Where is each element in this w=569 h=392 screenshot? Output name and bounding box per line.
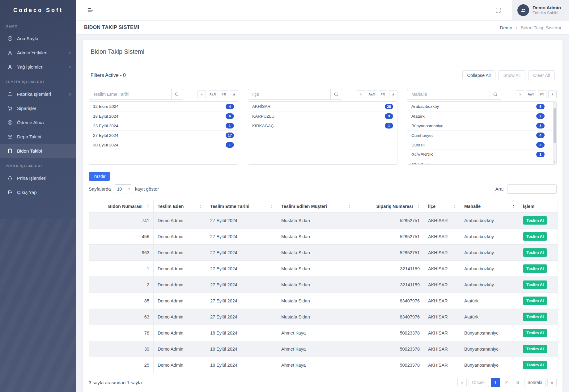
teslim-al-button[interactable]: Teslim Al — [523, 280, 547, 289]
fullscreen-button[interactable] — [493, 7, 503, 14]
column-header-ilce[interactable]: İlçe▲▼ — [424, 200, 460, 213]
count-badge: 1 — [226, 142, 234, 148]
filter-option-arabacibozkoy[interactable]: Arabacıbozköy 5 — [407, 102, 556, 111]
count-badge: 6 — [226, 113, 234, 119]
filter-option-merkez[interactable]: MERKEZ — [407, 159, 556, 165]
cell-islem: Teslim Al — [519, 277, 558, 293]
clear-filter-button[interactable]: × — [357, 90, 365, 98]
pagination-onceki[interactable]: Önceki — [469, 378, 489, 387]
clear-filter-button[interactable]: × — [516, 90, 524, 98]
scrollbar-thumb[interactable] — [554, 108, 556, 143]
clear-all-button[interactable]: Clear All — [528, 70, 555, 80]
pagination-sonraki[interactable]: Sonraki — [524, 378, 546, 387]
column-header-teslim-etme-tarihi[interactable]: Teslim Etme Tarihi▲▼ — [206, 200, 277, 213]
cell-islem: Teslim Al — [519, 341, 558, 357]
count-badge: 1 — [385, 123, 393, 129]
filter-option-23-eylul-2024[interactable]: 23 Eylül 2024 1 — [89, 121, 238, 130]
teslim-al-button[interactable]: Teslim Al — [523, 329, 547, 337]
filter-option-ataturk[interactable]: Atatürk 2 — [407, 111, 556, 121]
collapse-panel-button[interactable]: ∧ — [389, 90, 397, 98]
page-size-prefix: Sayfalarda — [89, 186, 111, 192]
filter-option-kirkagac[interactable]: KIRKAĞAÇ 1 — [248, 121, 397, 130]
filter-option-bunyanosmaniye[interactable]: Bünyanosmaniye 3 — [407, 121, 556, 130]
pagination-2[interactable]: 2 — [502, 378, 511, 387]
filter-option-12-ekim-2024[interactable]: 12 Ekim 2024 4 — [89, 102, 238, 111]
column-header-mahalle[interactable]: Mahalle▲▼ — [460, 200, 519, 213]
sidebar-item-depo-takibi[interactable]: Depo Takibi — [0, 129, 76, 144]
column-header-teslim-edilen-musteri[interactable]: Teslim Edilen Müşteri▲▼ — [277, 200, 355, 213]
clear-filter-button[interactable]: × — [197, 90, 206, 98]
filter-option-18-eylul-2024[interactable]: 18 Eylül 2024 6 — [89, 111, 238, 121]
user-menu[interactable]: Demo Admin Fabrika Sahibi — [512, 0, 569, 20]
sidebar-item-yag-islemleri[interactable]: Yağ İşlemleri › — [0, 60, 76, 74]
filter-panel-teslim-etme-tarihi: × Aa⇅ #⇅ ∧ 12 Ekim 2024 4 18 Eylül 2024 … — [89, 89, 238, 165]
print-button[interactable]: Yazdır — [89, 172, 110, 181]
filter-option-27-eylul-2024[interactable]: 27 Eylül 2024 17 — [89, 130, 238, 140]
teslim-al-button[interactable]: Teslim Al — [523, 361, 547, 369]
sidebar-item-prina-islemleri[interactable]: Prina İşlemleri — [0, 171, 76, 185]
sidebar-item-fabrika-islemleri[interactable]: Fabrika İşlemleri › — [0, 87, 76, 101]
collapse-all-button[interactable]: Collapse All — [462, 70, 496, 80]
numeric-sort-button[interactable]: #⇅ — [379, 90, 387, 98]
user-role: Fabrika Sahibi — [533, 11, 561, 15]
pagination-arrow[interactable]: « — [457, 378, 467, 387]
filter-option-guvendik[interactable]: GÜVENDİK 1 — [407, 150, 556, 159]
pagination-1[interactable]: 1 — [491, 378, 500, 387]
column-header-siparis-numarasi[interactable]: Sipariş Numarası▲▼ — [355, 200, 424, 213]
filter-search-input[interactable] — [407, 89, 490, 100]
sidebar-item-bidon-takibi[interactable]: Bidon Takibi — [0, 144, 76, 158]
filter-search-input[interactable] — [248, 89, 330, 100]
sidebar-item-odeme-alma[interactable]: Ödeme Alma — [0, 115, 76, 129]
sidebar-background-image — [0, 219, 76, 392]
cell-mahalle: Arabacıbozköy — [460, 245, 519, 261]
search-button[interactable] — [330, 89, 342, 100]
column-header-teslim-eden[interactable]: Teslim Eden▲▼ — [154, 200, 206, 213]
page-size-suffix: kayıt göster — [135, 186, 159, 192]
teslim-al-button[interactable]: Teslim Al — [523, 345, 547, 353]
table-search-input[interactable] — [507, 184, 557, 194]
alpha-sort-button[interactable]: Aa⇅ — [208, 90, 218, 98]
sidebar-item-label: Depo Takibi — [17, 134, 71, 139]
search-button[interactable] — [171, 89, 183, 100]
alpha-sort-button[interactable]: Aa⇅ — [367, 90, 377, 98]
collapse-panel-button[interactable]: ∧ — [548, 90, 557, 98]
collapse-panel-button[interactable]: ∧ — [230, 90, 238, 98]
filter-option-akhisar[interactable]: AKHİSAR 28 — [248, 102, 397, 111]
column-header-bidon-numarasi[interactable]: Bidon Numarası▲▼ — [89, 200, 154, 213]
teslim-al-button[interactable]: Teslim Al — [523, 248, 547, 257]
teslim-al-button[interactable]: Teslim Al — [523, 297, 547, 305]
search-button[interactable] — [490, 89, 501, 100]
count-badge: 4 — [536, 133, 545, 138]
sidebar-item-admin-yetkileri[interactable]: Admin Yetkileri › — [0, 45, 76, 60]
filter-search — [248, 89, 342, 100]
filter-option-label: MERKEZ — [411, 162, 429, 165]
table-row: 85Demo Admin27 Eylül 2024Mustafa Sidan83… — [89, 293, 558, 309]
teslim-al-button[interactable]: Teslim Al — [523, 232, 547, 241]
filter-search-input[interactable] — [89, 89, 171, 100]
sidebar-item-ana-sayfa[interactable]: Ana Sayfa — [0, 31, 76, 45]
filter-option-karpuzlu[interactable]: KARPUZLU 3 — [248, 111, 397, 121]
numeric-sort-button[interactable]: #⇅ — [220, 90, 228, 98]
filter-option-cumhuriyet[interactable]: Cumhuriyet 4 — [407, 130, 556, 140]
alpha-sort-button[interactable]: Aa⇅ — [526, 90, 536, 98]
column-label: İşlem — [523, 204, 534, 209]
scroll-down-icon[interactable]: ▼ — [553, 161, 556, 164]
sidebar-item-siparisler[interactable]: Siparişler — [0, 101, 76, 115]
cell-ilce: AKHİSAR — [424, 213, 460, 229]
pagination-3[interactable]: 3 — [513, 378, 522, 387]
numeric-sort-button[interactable]: #⇅ — [538, 90, 546, 98]
breadcrumb-item[interactable]: Demo — [500, 25, 512, 30]
teslim-al-button[interactable]: Teslim Al — [523, 216, 547, 225]
table-row: 741Demo Admin27 Eylül 2024Mustafa Sidan5… — [89, 213, 558, 229]
filter-option-list: Arabacıbozköy 5 Atatürk 2 Bünyanosmaniye… — [407, 101, 557, 165]
column-label: Teslim Etme Tarihi — [210, 204, 249, 209]
pagination-arrow[interactable]: » — [547, 378, 557, 387]
teslim-al-button[interactable]: Teslim Al — [523, 264, 547, 273]
filter-option-30-eylul-2024[interactable]: 30 Eylül 2024 1 — [89, 140, 238, 150]
teslim-al-button[interactable]: Teslim Al — [523, 313, 547, 321]
sidebar-toggle-button[interactable] — [86, 6, 95, 15]
sidebar-item-cikis-yap[interactable]: Çıkış Yap — [0, 185, 76, 199]
filter-option-durasil[interactable]: Durasıl 3 — [407, 140, 556, 150]
page-size-select[interactable]: 10 — [114, 184, 132, 193]
show-all-button[interactable]: Show All — [498, 70, 525, 80]
